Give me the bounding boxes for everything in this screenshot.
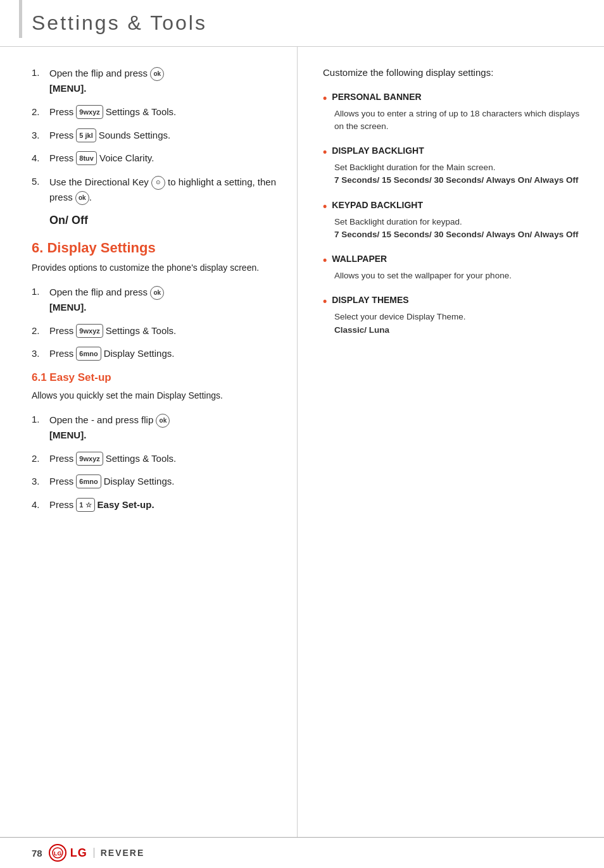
sub-step-content-2: Press 9wxyz Settings & Tools. — [49, 452, 176, 466]
onoff-label: On/ Off — [49, 214, 278, 227]
key-6mno-1: 6mno — [76, 347, 101, 361]
bullet-personal-banner: • PERSONAL BANNER Allows you to enter a … — [323, 92, 585, 133]
s6-step-3: 3. Press 6mno Display Settings. — [32, 347, 278, 361]
content-area: 1. Open the flip and press ok [MENU]. 2.… — [0, 47, 604, 837]
keypad-backlight-normal: Set Backlight duration for keypad. — [334, 217, 462, 226]
display-backlight-bold: 7 Seconds/ 15 Seconds/ 30 Seconds/ Alway… — [334, 175, 578, 185]
key-9wxyz-3: 9wxyz — [76, 452, 103, 466]
s6-step-content-1: Open the flip and press ok [MENU]. — [49, 285, 164, 315]
display-backlight-normal: Set Backlight duration for the Main scre… — [334, 163, 495, 172]
step-5: 5. Use the Directional Key ⊙ to highligh… — [32, 175, 278, 205]
footer-page-number: 78 — [32, 848, 42, 859]
sub-menu-label-1: [MENU]. — [49, 430, 86, 440]
footer-logo: LG LG REVERE — [49, 844, 145, 862]
revere-text: REVERE — [94, 848, 145, 858]
bullet-wallpaper: • WALLPAPER Allows you to set the wallpa… — [323, 254, 585, 282]
s6-step-num-2: 2. — [32, 324, 49, 338]
step-content-3: Press 5 jkl Sounds Settings. — [49, 128, 170, 143]
bullet-label-display-backlight: DISPLAY BACKLIGHT — [332, 146, 424, 156]
step-2: 2. Press 9wxyz Settings & Tools. — [32, 105, 278, 120]
sub-step-3-label: Display Settings. — [104, 474, 175, 489]
left-column: 1. Open the flip and press ok [MENU]. 2.… — [0, 47, 298, 837]
right-intro: Customize the following display settings… — [323, 66, 585, 80]
step-num-4: 4. — [32, 151, 49, 166]
bullet-label-wallpaper: WALLPAPER — [332, 254, 387, 264]
ok-icon-4: ok — [156, 414, 170, 428]
sub-step-2: 2. Press 9wxyz Settings & Tools. — [32, 452, 278, 466]
accent-bar — [19, 0, 22, 38]
step-num-3: 3. — [32, 128, 49, 143]
bullet-title-wallpaper: • WALLPAPER — [323, 254, 585, 266]
s6-step-content-2: Press 9wxyz Settings & Tools. — [49, 324, 176, 338]
subsection-desc: Allows you quickly set the main Display … — [32, 389, 278, 402]
step-1: 1. Open the flip and press ok [MENU]. — [32, 66, 278, 96]
sub-step-num-1: 1. — [32, 412, 49, 427]
key-6mno-2: 6mno — [76, 474, 101, 488]
sub-step-1: 1. Open the - and press flip ok [MENU]. — [32, 412, 278, 443]
bullet-dot-4: • — [323, 254, 327, 266]
page-title: Settings & Tools — [0, 0, 604, 47]
key-1: 1 ☆ — [76, 498, 94, 512]
sub-step-4-label: Easy Set-up. — [98, 498, 154, 512]
sub-step-content-1: Open the - and press flip ok [MENU]. — [49, 412, 170, 443]
sub-step-num-2: 2. — [32, 452, 49, 466]
s6-step-2-label: Settings & Tools. — [106, 324, 176, 338]
bullet-desc-display-backlight: Set Backlight duration for the Main scre… — [334, 161, 585, 187]
bullet-label-display-themes: DISPLAY THEMES — [332, 295, 408, 305]
s6-step-2: 2. Press 9wxyz Settings & Tools. — [32, 324, 278, 338]
bullet-dot-3: • — [323, 201, 327, 212]
bullet-label-personal-banner: PERSONAL BANNER — [332, 92, 421, 102]
key-9wxyz-2: 9wxyz — [76, 324, 103, 338]
right-column: Customize the following display settings… — [298, 47, 604, 837]
step-content-1: Open the flip and press ok [MENU]. — [49, 66, 164, 96]
ok-icon-1: ok — [150, 67, 164, 81]
bullet-desc-display-themes: Select your device Display Theme. Classi… — [334, 311, 585, 337]
bullet-title-display-themes: • DISPLAY THEMES — [323, 295, 585, 307]
footer: 78 LG LG REVERE — [0, 837, 604, 868]
bullet-label-keypad-backlight: KEYPAD BACKLIGHT — [332, 200, 423, 210]
nav-icon-1: ⊙ — [151, 176, 165, 190]
step-content-4: Press 8tuv Voice Clarity. — [49, 151, 154, 166]
sub-step-num-3: 3. — [32, 474, 49, 489]
bullet-desc-keypad-backlight: Set Backlight duration for keypad. 7 Sec… — [334, 216, 585, 242]
key-5jkl-1: 5 jkl — [76, 128, 96, 142]
ok-icon-2: ok — [75, 191, 89, 205]
step-3: 3. Press 5 jkl Sounds Settings. — [32, 128, 278, 143]
display-themes-normal: Select your device Display Theme. — [334, 312, 466, 321]
step-3-label: Sounds Settings. — [99, 128, 170, 143]
sub-step-4: 4. Press 1 ☆ Easy Set-up. — [32, 498, 278, 512]
bullet-display-themes: • DISPLAY THEMES Select your device Disp… — [323, 295, 585, 337]
section6-desc: Provides options to customize the phone'… — [32, 261, 278, 275]
sub-step-content-3: Press 6mno Display Settings. — [49, 474, 174, 489]
step-content-5: Use the Directional Key ⊙ to highlight a… — [49, 175, 278, 205]
menu-label-1: [MENU]. — [49, 83, 86, 94]
bullet-display-backlight: • DISPLAY BACKLIGHT Set Backlight durati… — [323, 146, 585, 187]
bullet-title-personal-banner: • PERSONAL BANNER — [323, 92, 585, 104]
sub-step-num-4: 4. — [32, 498, 49, 512]
s6-step-3-label: Display Settings. — [104, 347, 175, 361]
sub-step-content-4: Press 1 ☆ Easy Set-up. — [49, 498, 154, 512]
step-num-1: 1. — [32, 66, 49, 80]
key-8tuv-1: 8tuv — [76, 151, 97, 165]
lg-text: LG — [70, 846, 87, 860]
step-content-2: Press 9wxyz Settings & Tools. — [49, 105, 176, 120]
bullet-desc-personal-banner: Allows you to enter a string of up to 18… — [334, 108, 585, 133]
section6-heading: 6. Display Settings — [32, 240, 278, 256]
s6-step-num-1: 1. — [32, 285, 49, 299]
bullet-dot-5: • — [323, 295, 327, 307]
subsection-heading: 6.1 Easy Set-up — [32, 371, 278, 384]
step-num-2: 2. — [32, 105, 49, 120]
page: Settings & Tools 1. Open the flip and pr… — [0, 0, 604, 868]
sub-step-2-label: Settings & Tools. — [106, 452, 176, 466]
s6-menu-label-1: [MENU]. — [49, 302, 86, 313]
bullet-dot-1: • — [323, 92, 327, 104]
keypad-backlight-bold: 7 Seconds/ 15 Seconds/ 30 Seconds/ Alway… — [334, 230, 578, 239]
step-num-5: 5. — [32, 175, 49, 189]
sub-step-3: 3. Press 6mno Display Settings. — [32, 474, 278, 489]
key-9wxyz-1: 9wxyz — [76, 105, 103, 119]
lg-logo-svg: LG — [52, 847, 63, 859]
bullet-title-display-backlight: • DISPLAY BACKLIGHT — [323, 146, 585, 158]
display-themes-bold: Classic/ Luna — [334, 325, 389, 335]
s6-step-num-3: 3. — [32, 347, 49, 361]
ok-icon-3: ok — [150, 286, 164, 300]
